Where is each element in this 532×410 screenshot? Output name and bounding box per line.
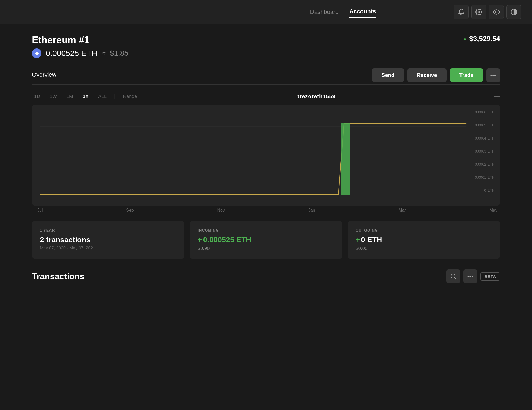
time-1m[interactable]: 1M [64,93,75,100]
top-navigation: Dashboard Accounts [0,0,532,24]
time-filters: 1D 1W 1M 1Y ALL | Range [32,93,139,100]
stat-card-period: 1 YEAR 2 transactions May 07, 2020 - May… [32,221,184,259]
incoming-amount: +0.000525 ETH [198,236,334,244]
outgoing-usd: $0.00 [356,246,492,251]
chart-svg [40,113,495,198]
x-label-nov: Nov [217,208,225,213]
time-all[interactable]: ALL [96,93,109,100]
theme-button[interactable] [506,5,521,19]
trade-button[interactable]: Trade [450,68,483,82]
more-dots-icon: ••• [490,72,496,79]
time-1d[interactable]: 1D [32,93,42,100]
actions-bar: Overview Send Receive Trade ••• [32,66,500,85]
transactions-title: Transactions [32,272,84,281]
chart-container: 0.0006 ETH 0.0005 ETH 0.0004 ETH 0.0003 … [32,105,500,206]
nav-icons-group [454,5,521,19]
incoming-usd: $0.90 [198,246,334,251]
y-label-1: 0.0001 ETH [475,175,495,179]
x-label-mar: Mar [398,208,406,213]
y-label-6: 0.0006 ETH [475,110,495,114]
chart-title: trezoreth1559 [298,93,336,100]
tab-overview[interactable]: Overview [32,66,56,84]
eye-button[interactable] [489,5,504,19]
y-label-2: 0.0002 ETH [475,162,495,166]
time-1y[interactable]: 1Y [81,93,91,100]
nav-links: Dashboard Accounts [232,6,454,18]
x-label-sep: Sep [126,208,134,213]
send-button[interactable]: Send [372,68,404,82]
eth-icon: ◆ [32,48,41,58]
price-arrow-up-icon: ▲ [463,36,468,42]
time-divider: | [114,93,115,100]
svg-line-12 [455,277,456,278]
date-range: May 07, 2020 - May 07, 2021 [40,246,176,251]
account-name: Ethereum #1 [32,35,128,46]
transactions-section: Transactions ••• BETA [32,269,500,283]
price-display: ▲ $3,529.54 [463,35,500,43]
main-content: Ethereum #1 ◆ 0.000525 ETH ≈ $1.85 ▲ $3,… [0,24,532,299]
x-label-jul: Jul [37,208,43,213]
y-label-3: 0.0003 ETH [475,149,495,153]
transactions-count: 2 transactions [40,236,176,244]
account-info: Ethereum #1 ◆ 0.000525 ETH ≈ $1.85 [32,35,128,58]
more-button[interactable]: ••• [486,68,500,82]
chart-more-icon: ••• [494,93,500,100]
period-label: 1 YEAR [40,228,176,232]
incoming-plus-icon: + [198,236,202,244]
notification-button[interactable] [454,5,469,19]
chart-section: 1D 1W 1M 1Y ALL | Range trezoreth1559 ••… [32,93,500,213]
transactions-search-button[interactable] [446,269,460,283]
time-range[interactable]: Range [121,93,139,100]
chart-controls: 1D 1W 1M 1Y ALL | Range trezoreth1559 ••… [32,93,500,100]
x-label-jan: Jan [308,208,315,213]
time-1w[interactable]: 1W [48,93,59,100]
settings-button[interactable] [471,5,486,19]
receive-button[interactable]: Receive [407,68,447,82]
chart-x-labels: Jul Sep Nov Jan Mar May [32,208,500,213]
nav-accounts[interactable]: Accounts [349,6,376,18]
y-label-4: 0.0004 ETH [475,136,495,140]
outgoing-amount: +0 ETH [356,236,492,244]
svg-point-0 [478,11,480,13]
svg-point-1 [496,11,497,13]
y-label-0: 0 ETH [484,188,495,192]
usd-balance: $1.85 [110,49,128,58]
transactions-more-button[interactable]: ••• [463,269,477,283]
eth-balance: 0.000525 ETH [46,49,97,58]
stats-cards: 1 YEAR 2 transactions May 07, 2020 - May… [32,221,500,259]
account-header: Ethereum #1 ◆ 0.000525 ETH ≈ $1.85 ▲ $3,… [32,35,500,58]
account-balance: ◆ 0.000525 ETH ≈ $1.85 [32,48,128,58]
price-value: $3,529.54 [469,35,500,43]
nav-dashboard[interactable]: Dashboard [310,6,339,18]
chart-more-button[interactable]: ••• [494,93,500,100]
x-label-may: May [489,208,497,213]
outgoing-plus-icon: + [356,236,360,244]
chart-y-labels: 0.0006 ETH 0.0005 ETH 0.0004 ETH 0.0003 … [475,110,495,192]
transactions-more-icon: ••• [467,273,473,280]
beta-badge: BETA [480,272,500,281]
outgoing-label: OUTGOING [356,228,492,232]
transactions-actions: ••• BETA [446,269,500,283]
incoming-label: INCOMING [198,228,334,232]
approx-symbol: ≈ [101,49,105,58]
y-label-5: 0.0005 ETH [475,123,495,127]
svg-rect-10 [341,123,350,195]
stat-card-incoming: INCOMING +0.000525 ETH $0.90 [190,221,342,259]
action-buttons: Send Receive Trade ••• [372,68,500,82]
stat-card-outgoing: OUTGOING +0 ETH $0.00 [348,221,500,259]
search-icon [450,273,456,279]
